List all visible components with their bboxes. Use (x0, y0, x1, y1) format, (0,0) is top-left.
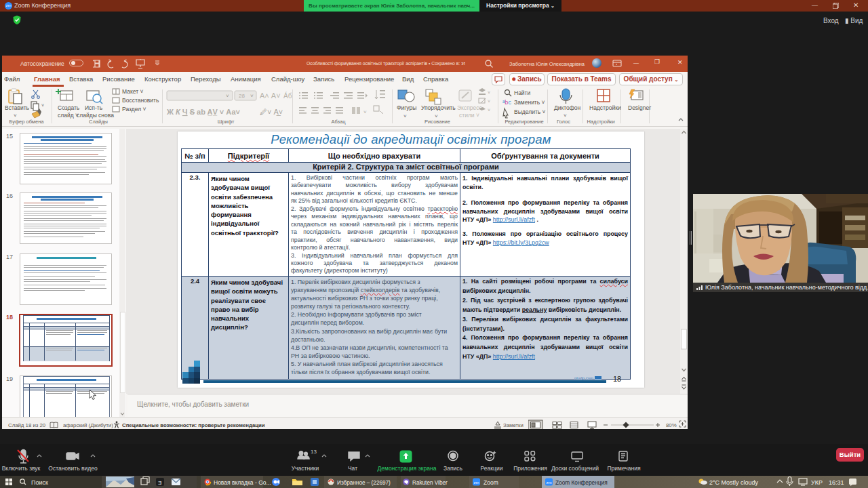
svg-text:Исп-ть: Исп-ть (85, 104, 103, 111)
svg-text:Designer: Designer (628, 104, 651, 111)
svg-text:16:31: 16:31 (829, 479, 844, 486)
svg-text:Выделить ˅: Выделить ˅ (514, 108, 546, 115)
svg-text:УКР: УКР (811, 479, 823, 486)
svg-text:Раздел ˅: Раздел ˅ (122, 106, 146, 113)
svg-text:˅: ˅ (14, 113, 17, 119)
svg-text:стили ˅: стили ˅ (459, 112, 479, 119)
svg-text:˅: ˅ (488, 108, 490, 113)
svg-text:˅: ˅ (435, 113, 438, 119)
svg-text:Rakuten Viber: Rakuten Viber (412, 480, 448, 486)
svg-text:˅: ˅ (488, 99, 490, 104)
svg-text:˅: ˅ (564, 113, 567, 119)
svg-text:Создать: Создать (58, 104, 80, 111)
svg-text:28: 28 (239, 93, 245, 99)
svg-text:Экспресс-: Экспресс- (457, 104, 484, 111)
svg-text:🖉˅ А̲˅: 🖉˅ А̲˅ (260, 108, 283, 116)
svg-text:Ж К Ч S ab A̲V̲ ˅ Аа˅: Ж К Ч S ab A̲V̲ ˅ Аа˅ (166, 108, 241, 116)
svg-text:слайды снова: слайды снова (77, 112, 114, 119)
svg-text:Вставить: Вставить (5, 104, 30, 111)
svg-text:Упорядочить: Упорядочить (421, 104, 456, 111)
svg-text:Избранное – (22697): Избранное – (22697) (337, 480, 391, 486)
svg-text:Надстройки: Надстройки (589, 104, 621, 111)
svg-text:˅: ˅ (226, 93, 229, 99)
svg-text:ᵃbc: ᵃbc (502, 99, 511, 106)
svg-text:Найти: Найти (514, 89, 531, 96)
svg-text:˅: ˅ (250, 93, 254, 99)
svg-text:Фигуры: Фигуры (397, 104, 416, 111)
svg-text:˅: ˅ (363, 109, 367, 115)
svg-text:Поиск: Поиск (31, 479, 48, 486)
svg-text:Макет ˅: Макет ˅ (122, 88, 143, 95)
svg-text:Заменить ˅: Заменить ˅ (514, 99, 545, 106)
svg-text:Диктофон: Диктофон (554, 104, 581, 111)
svg-text:Восстановить: Восстановить (122, 97, 159, 104)
svg-text:2°C Mostly cloudy: 2°C Mostly cloudy (709, 479, 759, 486)
svg-text:Юлія Заболотна, начальник навч: Юлія Заболотна, начальник навчально-мето… (705, 284, 868, 291)
svg-text:zm: zm (474, 481, 479, 485)
svg-text:А˄ А˅: А˄ А˅ (260, 92, 281, 100)
svg-text:˅: ˅ (488, 90, 490, 95)
svg-text:Zoom: Zoom (484, 479, 498, 486)
svg-text:А́б: А́б (283, 92, 292, 100)
svg-text:˅: ˅ (403, 113, 407, 119)
svg-text:Zoom Конференция: Zoom Конференция (555, 479, 608, 486)
svg-text:zm: zm (547, 481, 552, 485)
svg-text:˅: ˅ (41, 103, 44, 108)
svg-text:13: 13 (311, 449, 317, 455)
svg-text:Новая вкладка - Go...: Новая вкладка - Go... (214, 479, 271, 486)
svg-text:слайд ˅: слайд ˅ (58, 112, 79, 119)
svg-text:Ǝ: Ǝ (158, 480, 161, 486)
